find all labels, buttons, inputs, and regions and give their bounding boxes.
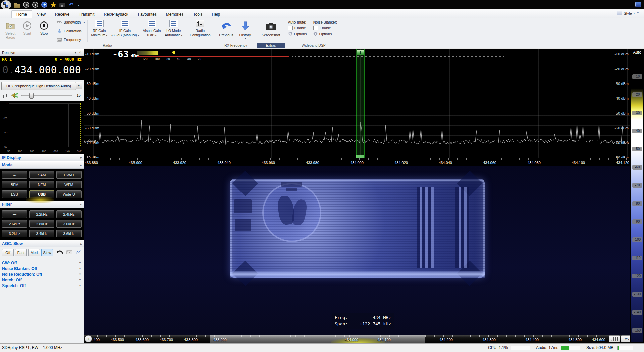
panel-close-icon[interactable]: ✕ [79, 51, 82, 54]
agc-envelope-icon[interactable] [66, 250, 72, 256]
section-header-mode[interactable]: Mode▴ [0, 161, 84, 169]
ribbon-tab[interactable]: Memories [161, 11, 189, 18]
mode-button[interactable]: NFM [29, 181, 54, 188]
section-header-filter[interactable]: Filter▴ [0, 201, 84, 208]
ribbon-tab[interactable]: Help [207, 11, 225, 18]
screenshot-button[interactable]: Screenshot [259, 19, 283, 37]
mode-button[interactable]: Wide-U [56, 190, 82, 198]
mode-button[interactable]: SAM [29, 171, 54, 179]
frequency-display[interactable]: 0.434.000.000 [0, 64, 84, 76]
mode-button[interactable]: WFM [56, 181, 82, 188]
bandwidth-button[interactable]: Bandwidth▾ [57, 20, 85, 24]
ribbon-tab[interactable]: Transmit [74, 11, 99, 18]
waterfall-palette-bar[interactable]: Auto -10-20-30-40-50-60-70-80-90-100-110… [630, 49, 644, 343]
dsp-toggle-item[interactable]: CW: Off▾ [0, 260, 84, 266]
freq-span-overlay: Freq:434 MHz Span:±122.745 kHz [332, 313, 394, 329]
frequency-button[interactable]: Frequency [57, 38, 85, 42]
radio-configuration-button[interactable]: Radio Configuration [189, 19, 211, 38]
waterfall-display[interactable]: Freq:434 MHz Span:±122.745 kHz [84, 166, 630, 335]
select-radio-button[interactable]: Select Radio [3, 20, 18, 39]
filter-button[interactable]: 3.6kHz [56, 230, 82, 237]
undo-icon[interactable] [68, 2, 74, 8]
ribbon-tab[interactable]: Home [11, 10, 32, 18]
filter-button[interactable]: 3.4kHz [29, 230, 54, 237]
ribbon-tab[interactable]: Rec/Playback [99, 11, 133, 18]
ribbon-tab[interactable]: Tools [189, 11, 207, 18]
ribbon-collapse-icon[interactable]: ⌃ [637, 12, 639, 15]
noise-blanker-enable[interactable]: Enable [313, 26, 337, 30]
ribbon-dropdown-button[interactable]: RF Gain Minimum ▾ [90, 19, 108, 38]
noise-blanker-options[interactable]: Options [313, 32, 337, 36]
ribbon-tab[interactable]: View [32, 11, 50, 18]
keyboard-entry-button[interactable] [609, 335, 620, 342]
agc-button[interactable]: Med [28, 249, 40, 256]
section-header-agc[interactable]: AGC: Slow▴ [0, 240, 84, 247]
section-header-if-display[interactable]: IF Display▾ [0, 154, 84, 161]
agc-undo-icon[interactable] [56, 249, 63, 256]
camera-icon[interactable] [59, 3, 65, 7]
favourite-icon[interactable] [50, 2, 56, 8]
filter-button[interactable]: 2.6kHz [2, 220, 27, 228]
filter-button[interactable]: ••• [2, 210, 27, 218]
start-icon[interactable] [23, 2, 29, 8]
palette-gradient[interactable] [631, 57, 643, 342]
filter-button[interactable]: 3.2kHz [2, 230, 27, 237]
agc-button[interactable]: Slow [41, 249, 53, 256]
style-control[interactable]: Style ▾ ⌃ [617, 11, 639, 15]
speaker-icon[interactable] [11, 93, 18, 98]
volume-slider[interactable] [21, 93, 72, 98]
frequency-navigation-bar[interactable]: 433.400433.500433.600433.700433.800433.9… [84, 335, 644, 343]
audio-device-select[interactable]: HP (Périphérique High Definition Audio) [1, 82, 76, 90]
ribbon-dropdown-button[interactable]: Visual Gain 0 dB ▾ [142, 19, 162, 38]
dsp-toggle-item[interactable]: Squelch: Off▾ [0, 283, 84, 289]
rx-frequency-panel[interactable]: RX 1 0 - 4000 Hz 0.434.000.000 [0, 56, 84, 80]
tuned-frequency-band[interactable] [356, 49, 365, 158]
volume-slider-thumb[interactable] [29, 93, 34, 99]
palette-auto-button[interactable]: Auto [630, 50, 644, 55]
ribbon-tab[interactable]: Favourites [133, 11, 161, 18]
agc-button[interactable]: Fast [15, 249, 27, 256]
mode-button[interactable]: BFM [2, 181, 27, 188]
dsp-toggle-item[interactable]: Noise Blanker: Off▾ [0, 266, 84, 271]
start-button[interactable]: Start [19, 20, 35, 35]
filter-button[interactable]: 3.0kHz [56, 220, 82, 228]
calibration-button[interactable]: Calibration [57, 29, 85, 33]
mode-button[interactable]: LSB [2, 190, 27, 198]
mode-button[interactable]: USB [29, 190, 54, 198]
dsp-toggle-item[interactable]: Notch: Off▾ [0, 277, 84, 283]
previous-button[interactable]: Previous [217, 19, 236, 37]
audio-device-dropdown-icon[interactable]: ▼ [76, 82, 82, 89]
open-file-icon[interactable] [14, 2, 20, 8]
automute-options[interactable]: Options [288, 32, 307, 36]
agc-button[interactable]: Off [2, 249, 14, 256]
filter-button[interactable]: 2.4kHz [56, 210, 82, 218]
rx-marker-badge[interactable]: 1 [356, 50, 364, 55]
stop-icon[interactable] [32, 2, 38, 8]
status-size: Size: 504.0 MB [586, 345, 613, 350]
app-logo-icon[interactable] [1, 0, 11, 9]
automute-enable[interactable]: Enable [288, 26, 307, 30]
frequency-scale[interactable]: 433.880433.900433.920433.940433.960433.9… [84, 158, 630, 166]
checkbox-icon[interactable] [313, 26, 318, 30]
history-arrow-icon [241, 19, 250, 33]
scroll-left-button[interactable]: « [85, 335, 92, 342]
spectrum-display[interactable]: 1 -10 dBm-20 dBm-30 dBm-40 dBm-50 dBm-60… [84, 49, 630, 158]
dsp-toggle-item[interactable]: Noise Reduction: Off▾ [0, 271, 84, 277]
mode-button[interactable]: ••• [2, 171, 27, 179]
window-corner-icon[interactable] [635, 2, 641, 7]
ribbon-dropdown-button[interactable]: IF Gain -55 dB (Manual) ▾ [110, 19, 140, 38]
size-progress-fill [618, 346, 619, 350]
panel-dropdown-icon[interactable]: ▾ [75, 51, 76, 54]
checkbox-icon[interactable] [288, 26, 293, 30]
mode-button[interactable]: CW-U [56, 171, 82, 179]
ribbon-tab[interactable]: Receive [50, 11, 74, 18]
history-button[interactable]: History ▾ [236, 19, 255, 40]
ribbon-dropdown-button[interactable]: LO Mode Automatic ▾ [164, 19, 183, 38]
qat-dropdown-icon[interactable]: ⌄ [77, 2, 80, 8]
levels-icon[interactable] [3, 93, 8, 98]
filter-button[interactable]: 2.8kHz [29, 220, 54, 228]
stop-button[interactable]: Stop [36, 20, 52, 35]
filter-button[interactable]: 2.2kHz [29, 210, 54, 218]
agc-chart-icon[interactable] [75, 250, 82, 256]
add-icon[interactable] [41, 2, 47, 8]
